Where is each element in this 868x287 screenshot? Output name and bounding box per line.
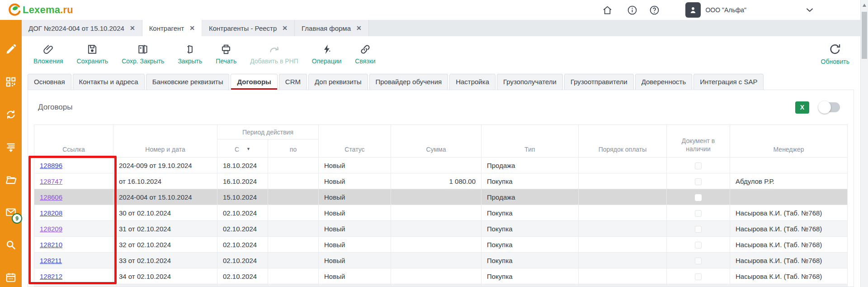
scrollbar-thumb[interactable] xyxy=(862,12,867,59)
toolbar: Вложения Сохранить Сохр. Закрыть Закрыть… xyxy=(22,36,860,72)
tab-glavnaya-forma[interactable]: Главная форма✕ xyxy=(295,20,369,36)
col-group-period: Период действия xyxy=(217,125,319,139)
save-close-button[interactable]: Сохр. Закрыть xyxy=(122,43,164,65)
table-row[interactable]: 128209 31 от 02.10.2024 02.10.2024 Новый… xyxy=(34,221,848,237)
contracts-panel: Договоры X Ссылка Номер и дата Период де… xyxy=(28,90,854,287)
doc-checkbox[interactable] xyxy=(695,210,702,217)
contract-link[interactable]: 128211 xyxy=(40,257,62,264)
doc-checkbox[interactable] xyxy=(695,242,702,249)
doc-checkbox[interactable] xyxy=(695,226,702,233)
table-row[interactable]: 128896 2024-009 от 19.10.2024 18.10.2024… xyxy=(34,158,848,173)
tab-dogovor[interactable]: ДОГ №2024-004 от 15.10.2024✕ xyxy=(22,20,142,36)
document-tabs: ДОГ №2024-004 от 15.10.2024✕ Контрагент✕… xyxy=(22,20,860,36)
attachments-button[interactable]: Вложения xyxy=(33,43,63,65)
table-row[interactable]: 128208 30 от 02.10.2024 02.10.2024 Новый… xyxy=(34,205,848,221)
table-row[interactable]: 128210 32 от 02.10.2024 02.10.2024 Новый… xyxy=(34,237,848,253)
save-icon xyxy=(86,43,98,55)
qr-code-icon[interactable] xyxy=(5,76,17,88)
contract-link[interactable]: 128212 xyxy=(40,273,62,280)
col-header-link[interactable]: Ссылка xyxy=(34,125,113,158)
excel-export-button[interactable]: X xyxy=(795,101,809,114)
close-icon[interactable]: ✕ xyxy=(130,24,135,32)
refresh-button[interactable]: Обновить xyxy=(821,43,849,65)
add-rnp-button: Добавить в РНП xyxy=(250,43,298,65)
close-icon[interactable]: ✕ xyxy=(282,24,288,32)
edit-icon[interactable] xyxy=(5,43,17,55)
app-window: Lexema.ru ООО "Альфа" xyxy=(0,0,868,287)
contract-link[interactable]: 128210 xyxy=(40,241,62,249)
calendar-icon[interactable] xyxy=(5,272,17,283)
subtab-gruzopoluchateli[interactable]: Грузополучатели xyxy=(497,74,563,90)
doc-checkbox[interactable] xyxy=(695,273,702,280)
operations-button[interactable]: Операции xyxy=(312,43,342,65)
folder-icon[interactable] xyxy=(5,174,17,186)
col-header-sum[interactable]: Сумма xyxy=(391,125,481,158)
sort-desc-icon[interactable]: ▼ xyxy=(246,147,250,151)
toggle-switch[interactable] xyxy=(819,102,840,112)
col-header-doc[interactable]: Документ в наличии xyxy=(667,125,730,158)
chevron-down-icon[interactable] xyxy=(804,5,815,15)
links-button[interactable]: Связки xyxy=(355,43,375,65)
top-header: Lexema.ru ООО "Альфа" xyxy=(0,0,860,20)
tab-kontragenty-reestr[interactable]: Контрагенты - Реестр✕ xyxy=(202,20,295,36)
lightning-icon xyxy=(321,43,333,55)
paperclip-icon xyxy=(42,43,54,55)
doc-checkbox[interactable] xyxy=(695,194,702,201)
mail-icon[interactable]: 9 xyxy=(5,206,17,218)
contract-link[interactable]: 128747 xyxy=(40,177,62,185)
scroll-up-arrow[interactable] xyxy=(863,4,866,7)
close-button[interactable]: Закрыть xyxy=(178,43,202,65)
list-export-icon[interactable] xyxy=(5,141,17,153)
doc-checkbox[interactable] xyxy=(695,163,702,169)
table-row[interactable]: 128212 34 от 02.10.2024 02.10.2024 Новый… xyxy=(34,268,848,284)
col-header-type[interactable]: Тип xyxy=(481,125,579,158)
col-header-payment[interactable]: Порядок оплаты xyxy=(579,125,667,158)
main-area: ДОГ №2024-004 от 15.10.2024✕ Контрагент✕… xyxy=(22,20,860,287)
subtab-nastroyka[interactable]: Настройка xyxy=(449,74,495,90)
contracts-table: Ссылка Номер и дата Период действия Стат… xyxy=(34,124,848,287)
mail-badge: 9 xyxy=(12,213,22,224)
col-header-number[interactable]: Номер и дата xyxy=(113,125,217,158)
subtab-crm[interactable]: CRM xyxy=(279,74,307,90)
subtab-provider[interactable]: Провайдер обучения xyxy=(369,74,448,90)
col-header-from[interactable]: С▼ xyxy=(217,139,268,158)
table-row[interactable]: 128211 33 от 02.10.2024 02.10.2024 Новый… xyxy=(34,253,848,268)
info-icon[interactable] xyxy=(627,5,638,16)
logo-text: Lexema.ru xyxy=(23,4,73,16)
logo[interactable]: Lexema.ru xyxy=(0,3,73,17)
close-icon[interactable]: ✕ xyxy=(356,24,362,32)
subtab-osnovnaya[interactable]: Основная xyxy=(28,74,71,90)
subtab-dop-rekvizity[interactable]: Доп реквизиты xyxy=(308,74,368,90)
home-icon[interactable] xyxy=(602,5,613,16)
doc-checkbox[interactable] xyxy=(695,178,702,185)
vertical-scrollbar[interactable] xyxy=(860,0,868,287)
subtab-dogovory[interactable]: Договоры xyxy=(231,74,277,90)
print-button[interactable]: Печать xyxy=(216,43,236,65)
subtab-kontakty[interactable]: Контакты и адреса xyxy=(73,74,145,90)
contract-link[interactable]: 128208 xyxy=(40,209,62,217)
subtab-bank-rekvizity[interactable]: Банковские реквизиты xyxy=(146,74,230,90)
doc-checkbox[interactable] xyxy=(695,258,702,264)
subtab-sap[interactable]: Интеграция с SAP xyxy=(693,74,764,90)
user-avatar[interactable] xyxy=(685,2,701,18)
toggle-knob xyxy=(818,101,831,114)
subtab-doverennost[interactable]: Доверенность xyxy=(635,74,693,90)
table-row-selected[interactable]: 128606 2024-004 от 15.10.2024 15.10.2024… xyxy=(34,189,848,205)
table-row[interactable]: 128747 от 16.10.2024 16.10.2024 Новый 1 … xyxy=(34,173,848,189)
contract-link[interactable]: 128606 xyxy=(40,193,62,201)
col-header-to[interactable]: по xyxy=(268,139,319,158)
chain-link-icon xyxy=(359,43,371,55)
search-icon[interactable] xyxy=(5,239,17,251)
contract-link[interactable]: 128896 xyxy=(40,162,62,169)
subtab-gruzootpraviteli[interactable]: Грузоотправители xyxy=(564,74,634,90)
sync-icon[interactable] xyxy=(5,109,17,120)
col-header-manager[interactable]: Менеджер xyxy=(730,125,848,158)
tab-kontragent[interactable]: Контрагент✕ xyxy=(142,20,202,36)
close-icon[interactable]: ✕ xyxy=(189,24,195,32)
help-icon[interactable] xyxy=(649,5,660,16)
contract-link[interactable]: 128209 xyxy=(40,225,62,233)
save-button[interactable]: Сохранить xyxy=(77,43,108,65)
sidebar: 9 xyxy=(0,20,22,287)
door-icon xyxy=(184,43,196,55)
col-header-status[interactable]: Статус xyxy=(319,125,391,158)
